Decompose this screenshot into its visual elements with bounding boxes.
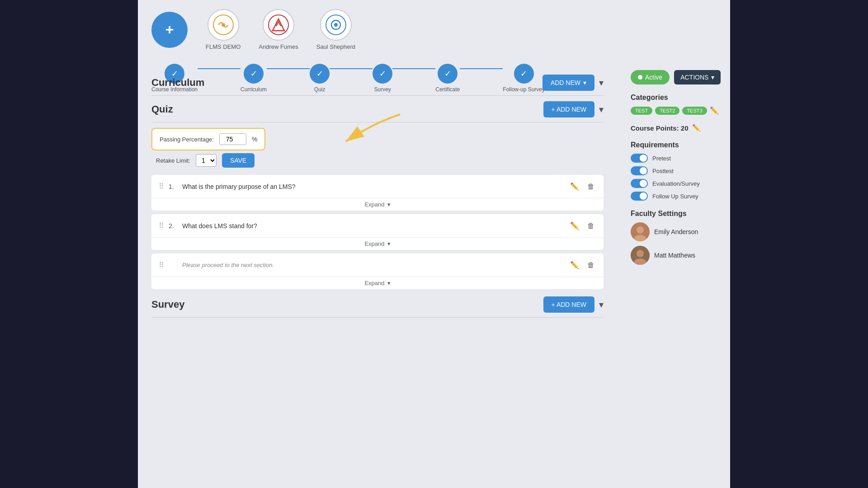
active-label: Active — [645, 74, 662, 81]
curriculum-add-chevron: ▾ — [583, 79, 586, 86]
posttest-label: Posttest — [652, 168, 674, 174]
question-3-row: ⠿ Please proceed to the next section. ✏️… — [151, 253, 604, 277]
status-actions-row: Active ACTIONS ▾ — [631, 70, 721, 84]
question-3-edit-button[interactable]: ✏️ — [568, 260, 581, 270]
question-2-expand[interactable]: Expand ▾ — [151, 237, 604, 250]
question-3: ⠿ Please proceed to the next section. ✏️… — [151, 253, 604, 289]
quiz-collapse-button[interactable]: ▾ — [599, 104, 604, 115]
svg-point-11 — [637, 250, 644, 257]
expand-chevron-2: ▾ — [387, 240, 391, 247]
question-1-expand[interactable]: Expand ▾ — [151, 198, 604, 211]
question-2-edit-button[interactable]: ✏️ — [568, 221, 581, 231]
survey-header-right: + ADD NEW ▾ — [543, 296, 604, 313]
retake-limit-select[interactable]: 1 2 3 — [196, 154, 217, 167]
add-user-button[interactable]: + — [151, 12, 188, 48]
question-1-edit-button[interactable]: ✏️ — [568, 181, 581, 192]
tag-test1[interactable]: TEST — [631, 107, 652, 115]
question-2-num: 2. — [169, 222, 178, 230]
question-2-row: ⠿ 2. What does LMS stand for? ✏️ 🗑 — [151, 214, 604, 237]
requirements-section: Requirements Pretest Posttest Evaluation… — [631, 141, 721, 201]
faculty-emily: Emily Anderson — [631, 222, 721, 241]
drag-handle-3[interactable]: ⠿ — [159, 261, 164, 269]
faculty-section: Faculty Settings Emily Anderson Matt Mat… — [631, 210, 721, 265]
quiz-add-label: + ADD NEW — [552, 106, 586, 113]
question-1-row: ⠿ 1. What is the primary purpose of an L… — [151, 175, 604, 198]
question-3-text: Please proceed to the next section. — [182, 262, 564, 268]
expand-chevron-3: ▾ — [387, 280, 391, 286]
categories-section: Categories TEST TEST2 TEST3 ✏️ — [631, 94, 721, 115]
curriculum-header-right: ADD NEW ▾ ▾ — [542, 75, 604, 91]
survey-add-label: + ADD NEW — [552, 301, 586, 308]
saul-avatar[interactable] — [320, 9, 352, 41]
survey-collapse-button[interactable]: ▾ — [599, 299, 604, 310]
quiz-settings-box: Passing Percentage: % — [151, 128, 265, 150]
actions-button[interactable]: ACTIONS ▾ — [674, 70, 721, 84]
posttest-toggle[interactable] — [631, 166, 648, 175]
quiz-header: Quiz + ADD NEW ▾ — [151, 101, 604, 117]
survey-divider — [151, 317, 604, 318]
svg-point-8 — [637, 226, 644, 234]
quiz-add-button[interactable]: + ADD NEW — [543, 101, 594, 117]
tag-test2[interactable]: TEST2 — [655, 107, 679, 115]
curriculum-header: Curriculum ADD NEW ▾ ▾ — [151, 75, 604, 91]
followup-label: Follow Up Survey — [652, 193, 698, 200]
quiz-header-right: + ADD NEW ▾ — [543, 101, 604, 117]
matt-avatar — [631, 246, 650, 265]
question-1-num: 1. — [169, 183, 178, 190]
quiz-title: Quiz — [151, 103, 173, 115]
requirements-title: Requirements — [631, 141, 721, 149]
user-andrew: Andrew Fumes — [259, 9, 298, 50]
req-evaluation: Evaluation/Survey — [631, 179, 721, 188]
categories-title: Categories — [631, 94, 721, 102]
question-1-delete-button[interactable]: 🗑 — [585, 182, 596, 192]
pretest-toggle[interactable] — [631, 154, 648, 163]
survey-header: Survey + ADD NEW ▾ — [151, 296, 604, 313]
passing-percentage-input[interactable] — [219, 133, 246, 145]
curriculum-title: Curriculum — [151, 77, 204, 89]
active-dot — [638, 75, 642, 80]
followup-toggle[interactable] — [631, 192, 648, 201]
flms-avatar[interactable] — [208, 9, 239, 41]
user-flms: FLMS DEMO — [206, 9, 241, 50]
emily-avatar — [631, 222, 650, 241]
saul-label: Saul Shepherd — [316, 43, 355, 50]
question-2-delete-button[interactable]: 🗑 — [585, 221, 596, 231]
add-user-section: + — [151, 12, 188, 48]
passing-percentage-label: Passing Percentage: — [160, 136, 214, 143]
expand-chevron-1: ▾ — [387, 201, 391, 208]
svg-point-1 — [222, 23, 225, 27]
question-1-text: What is the primary purpose of an LMS? — [182, 183, 564, 190]
edit-categories-icon[interactable]: ✏️ — [710, 106, 719, 115]
course-points: Course Points: 20 ✏️ — [631, 124, 721, 132]
drag-handle-1[interactable]: ⠿ — [159, 182, 164, 191]
pretest-label: Pretest — [652, 155, 671, 162]
question-1-expand-label: Expand — [364, 201, 384, 208]
curriculum-add-button[interactable]: ADD NEW ▾ — [542, 75, 594, 91]
faculty-title: Faculty Settings — [631, 210, 721, 218]
evaluation-toggle[interactable] — [631, 179, 648, 188]
question-3-delete-button[interactable]: 🗑 — [585, 260, 596, 270]
question-2: ⠿ 2. What does LMS stand for? ✏️ 🗑 Expan… — [151, 214, 604, 250]
survey-add-button[interactable]: + ADD NEW — [543, 296, 594, 313]
active-status-badge[interactable]: Active — [631, 70, 670, 84]
emily-name: Emily Anderson — [654, 228, 698, 235]
andrew-avatar[interactable] — [263, 9, 294, 41]
evaluation-label: Evaluation/Survey — [652, 180, 700, 187]
tag-test3[interactable]: TEST3 — [682, 107, 707, 115]
question-2-expand-label: Expand — [364, 240, 384, 247]
question-1: ⠿ 1. What is the primary purpose of an L… — [151, 175, 604, 211]
curriculum-add-label: ADD NEW — [551, 79, 580, 86]
top-user-bar: + FLMS DEMO Andrew Fumes Saul Shepherd — [138, 0, 730, 59]
question-3-expand[interactable]: Expand ▾ — [151, 277, 604, 289]
drag-handle-2[interactable]: ⠿ — [159, 221, 164, 230]
category-tags: TEST TEST2 TEST3 ✏️ — [631, 106, 721, 115]
edit-points-icon[interactable]: ✏️ — [692, 124, 701, 132]
flms-label: FLMS DEMO — [206, 43, 241, 50]
curriculum-divider — [151, 95, 604, 96]
main-content: Curriculum ADD NEW ▾ ▾ Quiz + ADD NEW ▾ — [138, 70, 617, 328]
actions-label: ACTIONS — [680, 74, 708, 81]
curriculum-collapse-button[interactable]: ▾ — [599, 77, 604, 88]
save-button[interactable]: SAVE — [222, 153, 255, 168]
req-posttest: Posttest — [631, 166, 721, 175]
svg-point-6 — [334, 23, 338, 27]
